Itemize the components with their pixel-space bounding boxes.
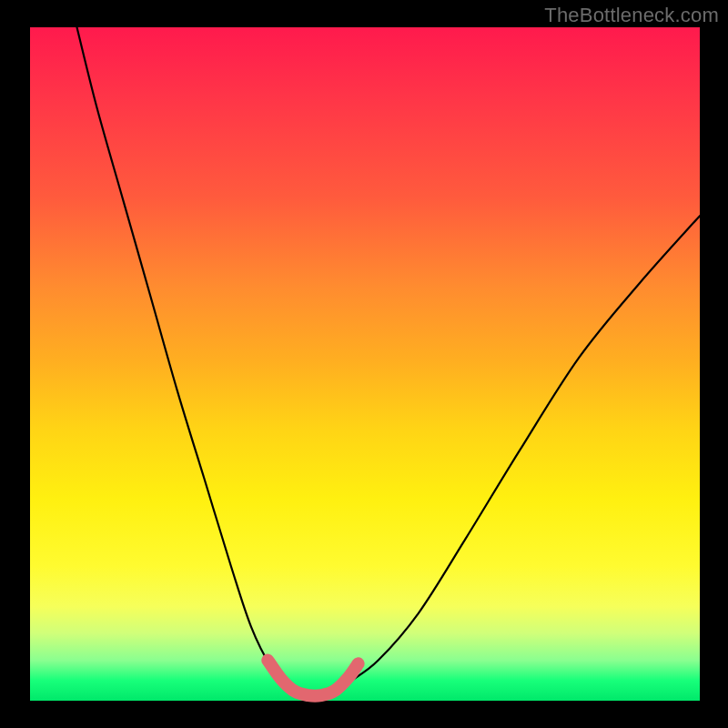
chart-frame: TheBottleneck.com [0, 0, 728, 728]
series-valley-highlight [268, 661, 358, 696]
series-right-curve [351, 216, 700, 681]
curve-layer [0, 0, 728, 728]
watermark-text: TheBottleneck.com [544, 4, 719, 27]
series-left-curve [77, 27, 285, 681]
